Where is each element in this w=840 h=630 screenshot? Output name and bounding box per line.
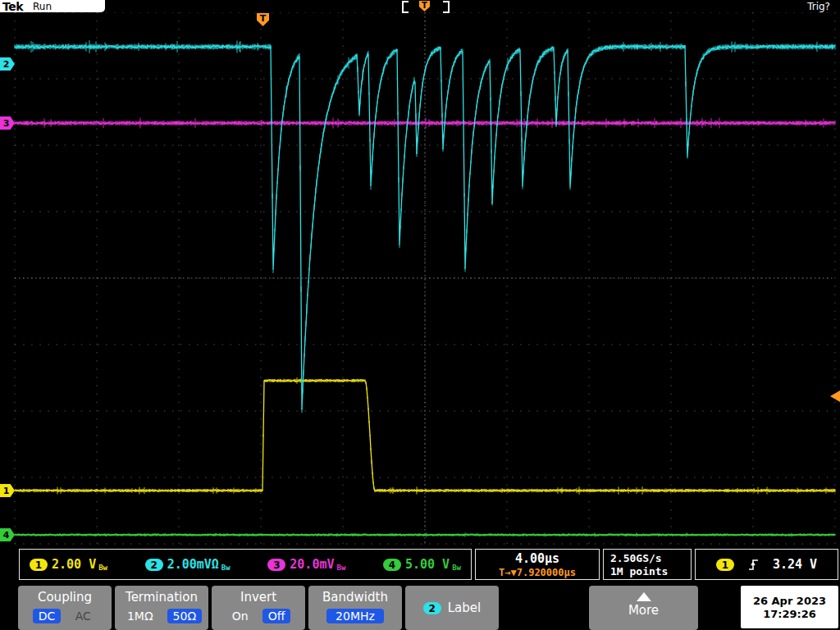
bandwidth-title: Bandwidth xyxy=(308,590,402,605)
bandwidth-button[interactable]: Bandwidth 20MHz xyxy=(308,586,402,630)
channel-label-button[interactable]: 2 Label xyxy=(405,586,499,630)
ch4-readout: 4 5.00 V Bw xyxy=(383,557,461,572)
termination-option-1mohm[interactable]: 1MΩ xyxy=(121,609,159,623)
more-button[interactable]: More xyxy=(589,586,698,630)
ch3-bandwidth-icon: Bw xyxy=(337,564,346,572)
invert-title: Invert xyxy=(212,590,305,605)
ch4-bandwidth-icon: Bw xyxy=(452,564,461,572)
acquisition-state: Run xyxy=(33,1,52,12)
ch1-scale-value: 2.00 V xyxy=(52,557,96,572)
termination-option-50ohm[interactable]: 50Ω xyxy=(167,609,203,623)
coupling-option-ac[interactable]: AC xyxy=(69,609,97,623)
termination-button[interactable]: Termination 1MΩ 50Ω xyxy=(115,586,208,630)
ch2-bandwidth-icon: Bw xyxy=(221,564,231,572)
horizontal-position-icon: T xyxy=(419,1,430,11)
coupling-button[interactable]: Coupling DC AC xyxy=(18,586,112,630)
trigger-readout-box: 1 3.24 V xyxy=(695,549,838,580)
date-text: 26 Apr 2023 xyxy=(753,595,826,607)
coupling-title: Coupling xyxy=(18,590,112,605)
ch2-scale-value: 2.00mVΩ xyxy=(167,557,219,572)
softkey-menu: Coupling DC AC Termination 1MΩ 50Ω Inver… xyxy=(0,584,840,630)
ch1-badge: 1 xyxy=(30,559,48,571)
invert-button[interactable]: Invert On Off xyxy=(212,586,305,630)
bandwidth-value[interactable]: 20MHz xyxy=(326,609,384,623)
ch4-badge: 4 xyxy=(383,559,401,571)
ch1-readout: 1 2.00 V Bw xyxy=(30,557,107,572)
trigger-source-badge: 1 xyxy=(716,559,734,571)
ch4-scale-value: 5.00 V xyxy=(405,557,450,572)
time-text: 17:29:26 xyxy=(763,608,816,620)
trigger-slope-icon xyxy=(747,559,760,571)
ch1-bandwidth-icon: Bw xyxy=(98,564,107,572)
chevron-up-icon xyxy=(637,592,651,601)
top-status-bar: Tek Run T Trig? xyxy=(0,0,840,12)
acquisition-readout-box: 2.50GS/s 1M points xyxy=(603,549,692,580)
label-channel-badge: 2 xyxy=(423,602,441,614)
ch2-readout: 2 2.00mVΩ Bw xyxy=(145,557,231,572)
invert-option-on[interactable]: On xyxy=(226,609,254,623)
trigger-status: Trig? xyxy=(807,1,830,12)
trigger-level-value: 3.24 V xyxy=(773,557,817,572)
more-title: More xyxy=(589,603,698,618)
oscilloscope-screen: Tek Run T Trig? T 1 2.00 V Bw 2 2.00mVΩ … xyxy=(0,0,840,630)
ch3-badge: 3 xyxy=(267,559,285,571)
readout-bar: 1 2.00 V Bw 2 2.00mVΩ Bw 3 20.0mV Bw 4 5… xyxy=(0,546,840,582)
trigger-level-arrow xyxy=(830,390,840,402)
record-length: 1M points xyxy=(610,565,668,578)
ch3-scale-value: 20.0mV xyxy=(290,557,334,572)
label-title: Label xyxy=(448,600,481,615)
horizontal-readout-box: 4.00µs T→▼7.920000µs xyxy=(475,549,600,580)
ch2-badge: 2 xyxy=(145,559,163,571)
record-view-bracket-left xyxy=(402,1,409,13)
tek-logo: Tek xyxy=(2,0,23,13)
coupling-option-dc[interactable]: DC xyxy=(33,609,62,623)
horizontal-scale: 4.00µs xyxy=(515,551,559,566)
record-view-bracket-right xyxy=(443,1,450,13)
brand-tab: Tek Run xyxy=(0,0,105,12)
horizontal-delay: T→▼7.920000µs xyxy=(499,567,576,578)
sample-rate: 2.50GS/s xyxy=(610,552,662,564)
channel-readouts-box: 1 2.00 V Bw 2 2.00mVΩ Bw 3 20.0mV Bw 4 5… xyxy=(19,549,472,580)
waveform-display xyxy=(0,0,840,630)
invert-option-off[interactable]: Off xyxy=(262,609,291,623)
termination-title: Termination xyxy=(115,590,208,605)
ch3-readout: 3 20.0mV Bw xyxy=(267,557,345,572)
datetime-display: 26 Apr 2023 17:29:26 xyxy=(741,586,838,628)
